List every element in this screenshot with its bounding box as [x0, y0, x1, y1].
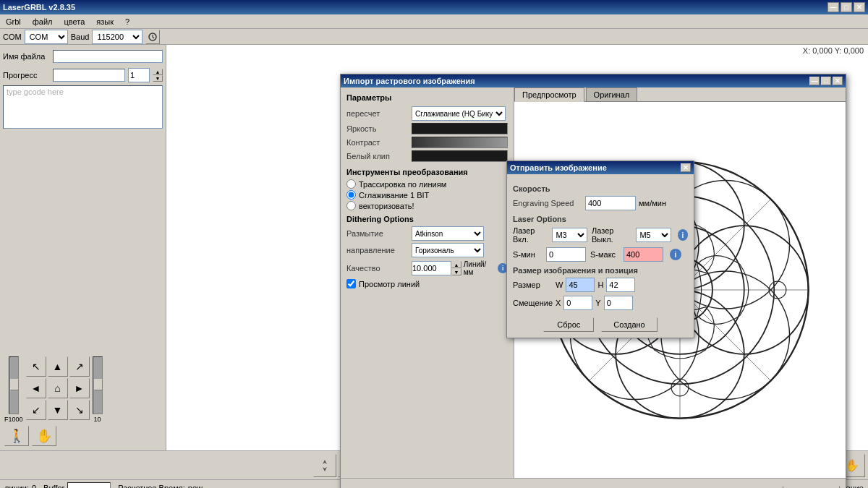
import-close-btn[interactable]: ✕	[833, 77, 843, 85]
send-reset-btn[interactable]: Сброс	[543, 317, 594, 332]
vectorize-radio[interactable]	[346, 201, 356, 210]
maximize-button[interactable]: □	[841, 2, 852, 12]
laser-off-select[interactable]: M5	[636, 228, 671, 242]
size-label: Размер	[513, 281, 553, 289]
smooth-radio[interactable]	[346, 190, 356, 200]
white-clip-bar[interactable]	[412, 150, 508, 162]
buffer-label: Buffer	[43, 484, 64, 489]
nav-section: F1000 ↖ ▲ ↗ ◄ ⌂ ► ↙ ▼ ↘	[3, 355, 163, 448]
offset-y-input[interactable]	[604, 296, 633, 310]
nav-left[interactable]: ◄	[26, 378, 46, 398]
contrast-bar[interactable]	[412, 137, 508, 148]
size-w-input[interactable]	[566, 278, 595, 292]
laser-on-select[interactable]: M3	[552, 228, 587, 242]
v-slider-thumb[interactable]	[10, 379, 19, 390]
canvas-area: X: 0,000 Y: 0,000	[166, 45, 868, 450]
progress-down[interactable]: ▼	[153, 75, 163, 82]
import-dialog-title: Импорт растрового изображения	[344, 77, 475, 85]
menu-colors[interactable]: цвета	[61, 16, 88, 27]
s-min-input[interactable]	[546, 247, 586, 262]
send-dialog-title-bar: Отправить изображение ✕	[507, 161, 694, 174]
size-h-prefix: H	[597, 281, 603, 289]
params-title: Параметры	[346, 93, 508, 102]
import-next-btn[interactable]: Далее	[789, 486, 840, 489]
preview-tabs: Предпросмотр Оригинал	[514, 87, 846, 102]
time-value: now	[188, 484, 203, 489]
recount-select[interactable]: Сглаживание (HQ Бикубичес	[412, 106, 506, 121]
baud-select[interactable]: 115200	[92, 30, 142, 44]
nav-ne[interactable]: ↗	[69, 356, 90, 377]
blur-select[interactable]: Atkinson	[412, 226, 484, 241]
trace-radio[interactable]	[346, 179, 356, 189]
send-dialog: Отправить изображение ✕ Скорость Engravi…	[506, 160, 694, 338]
nav-se[interactable]: ↘	[69, 400, 90, 420]
nav-grid: ↖ ▲ ↗ ◄ ⌂ ► ↙ ▼ ↘	[26, 356, 90, 420]
menu-grbl[interactable]: Grbl	[3, 16, 24, 27]
contrast-label: Контраст	[346, 138, 412, 147]
nav-down[interactable]: ▼	[48, 400, 68, 420]
preview-checkbox[interactable]	[346, 279, 356, 288]
tool-move[interactable]	[313, 454, 336, 477]
progress-up[interactable]: ▲	[153, 69, 163, 75]
time-status: Расчетное Время: now	[118, 484, 203, 489]
menu-lang[interactable]: язык	[93, 16, 116, 27]
menu-help[interactable]: ?	[122, 16, 132, 27]
direction-select[interactable]: Горизональ	[412, 243, 484, 257]
quality-unit: Линий/мм	[464, 260, 496, 276]
menu-file[interactable]: файл	[30, 16, 56, 27]
filename-input[interactable]	[53, 50, 163, 63]
tab-original[interactable]: Оригинал	[586, 87, 638, 101]
minimize-button[interactable]: —	[827, 2, 839, 12]
offset-y-prefix: Y	[595, 299, 600, 307]
import-dialog-title-bar: Импорт растрового изображения — □ ✕	[341, 74, 846, 87]
offset-label: Смещение	[513, 299, 553, 307]
brightness-label: Яркость	[346, 124, 412, 133]
progress-bar	[53, 69, 125, 82]
gcode-input[interactable]: type gcode here	[3, 85, 163, 129]
nav-right[interactable]: ►	[69, 378, 90, 398]
com-select[interactable]: COM	[25, 30, 68, 44]
nav-nw[interactable]: ↖	[26, 356, 46, 377]
hand-button[interactable]: ✋	[32, 426, 56, 446]
dither-title: Dithering Options	[346, 215, 508, 223]
send-dialog-content: Скорость Engraving Speed мм/мин Laser Op…	[507, 174, 694, 338]
v-slider[interactable]	[9, 356, 19, 414]
offset-x-input[interactable]	[563, 296, 592, 310]
walk-button[interactable]: 🚶	[4, 426, 29, 446]
progress-value[interactable]	[128, 68, 150, 82]
preview-label: Просмотр линий	[359, 280, 420, 288]
direction-label: направление	[346, 246, 412, 254]
import-maximize-btn[interactable]: □	[821, 77, 831, 85]
title-bar: LaserGRBL v2.8.35 — □ ✕	[0, 0, 868, 14]
main-window: LaserGRBL v2.8.35 — □ ✕ Grbl файл цвета …	[0, 0, 868, 488]
s-max-input[interactable]	[624, 247, 663, 262]
laser-info-btn[interactable]: i	[678, 229, 688, 241]
send-close-btn[interactable]: ✕	[681, 163, 691, 172]
nav-sw[interactable]: ↙	[26, 400, 46, 420]
send-create-btn[interactable]: Создано	[601, 317, 657, 332]
quality-up[interactable]: ▲	[451, 261, 461, 268]
import-minimize-btn[interactable]: —	[809, 77, 820, 85]
quality-input[interactable]	[412, 261, 451, 275]
app-title: LaserGRBL v2.8.35	[3, 3, 75, 12]
gcode-area	[3, 132, 163, 354]
nav-home[interactable]: ⌂	[48, 378, 68, 398]
filename-label: Имя файла	[3, 52, 50, 61]
size-section-header: Размер изображения и позиция	[513, 266, 688, 275]
nav-up[interactable]: ▲	[48, 356, 68, 377]
engraving-speed-input[interactable]	[585, 196, 636, 210]
speed-section-header: Скорость	[513, 184, 688, 193]
connect-button[interactable]	[145, 30, 160, 44]
smax-info-btn[interactable]: i	[670, 249, 681, 260]
brightness-bar[interactable]	[412, 123, 508, 134]
tab-preview[interactable]: Предпросмотр	[514, 87, 584, 102]
vectorize-label: векторизовать!	[359, 202, 414, 210]
quality-down[interactable]: ▼	[451, 268, 461, 275]
size-h-input[interactable]	[606, 278, 635, 292]
import-reset-btn[interactable]: Сброс	[733, 486, 783, 489]
h-slider-thumb[interactable]	[94, 379, 103, 390]
close-button[interactable]: ✕	[854, 2, 865, 12]
smooth-label: Сглаживание 1 BIT	[359, 191, 429, 200]
h-slider[interactable]	[93, 356, 103, 414]
laser-off-label: Лазер Выкл.	[592, 226, 631, 244]
